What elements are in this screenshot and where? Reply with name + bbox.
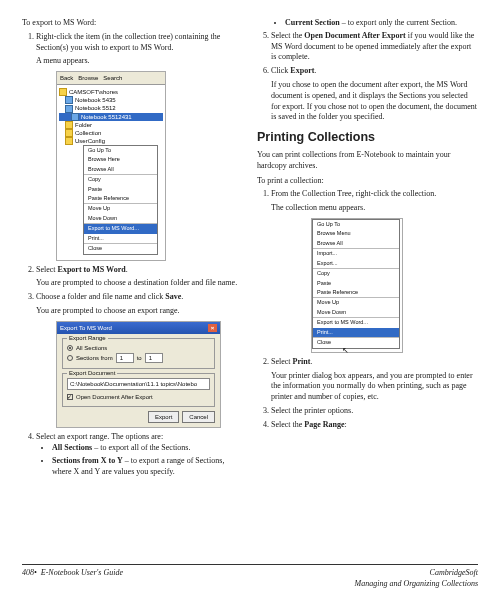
dialog-titlebar: Export To MS Word × xyxy=(57,322,220,334)
printing-intro: You can print collections from E-Noteboo… xyxy=(257,150,478,172)
print-steps: From the Collection Tree, right-click th… xyxy=(257,189,478,430)
export-options-cont: Current Section – to export only the cur… xyxy=(257,18,478,29)
menu-go-up[interactable]: Go Up To xyxy=(313,220,399,229)
export-dialog-figure: Export To MS Word × Export Range All Sec… xyxy=(56,321,221,429)
menu-move-up[interactable]: Move Up xyxy=(313,298,399,307)
step-4: Select an export range. The options are:… xyxy=(36,432,243,477)
tree-item[interactable]: UserConfig xyxy=(59,137,163,145)
back-button[interactable]: Back xyxy=(60,74,73,82)
menu-copy[interactable]: Copy xyxy=(313,269,399,278)
export-range-group: Export Range All Sections Sections from … xyxy=(62,338,215,369)
menu-close[interactable]: Close xyxy=(84,244,157,253)
dialog-buttons: Export Cancel xyxy=(62,411,215,423)
intro-text: To export to MS Word: xyxy=(22,18,243,29)
collection-tree-figure: Back Browse Search CAMSOFT\shores Notebo… xyxy=(56,71,166,260)
cancel-button[interactable]: Cancel xyxy=(182,411,215,423)
heading-printing-collections: Printing Collections xyxy=(257,129,478,146)
to-spinner[interactable]: 1 xyxy=(145,353,163,363)
tree-item[interactable]: Collection xyxy=(59,129,163,137)
left-steps: Right-click the item (in the collection … xyxy=(22,32,243,478)
export-options: All Sections – to export all of the Sect… xyxy=(36,443,243,477)
tree-root[interactable]: CAMSOFT\shores xyxy=(59,88,163,96)
path-field[interactable]: C:\Notebook\Documentation\11.1 topics\No… xyxy=(67,378,210,390)
menu-import[interactable]: Import... xyxy=(313,249,399,258)
menu-move-down[interactable]: Move Down xyxy=(84,214,157,223)
menu-export[interactable]: Export... xyxy=(313,259,399,268)
print-step-3: Select the printer options. xyxy=(271,406,478,417)
export-document-group: Export Document C:\Notebook\Documentatio… xyxy=(62,373,215,407)
step6-result: If you chose to open the document after … xyxy=(271,80,478,123)
dialog-body: Export Range All Sections Sections from … xyxy=(57,334,220,427)
print-step1-result: The collection menu appears. xyxy=(271,203,478,214)
open-after-export-checkbox[interactable]: Open Document After Export xyxy=(67,393,210,401)
menu-browse-here[interactable]: Browse Here xyxy=(84,155,157,164)
tree-body: CAMSOFT\shores Notebook 5435 Notebook 55… xyxy=(57,85,165,259)
menu-close[interactable]: Close xyxy=(313,338,399,347)
context-menu: Go Up To Browse Here Browse All Copy Pas… xyxy=(83,145,158,255)
opt-all-sections: All Sections – to export all of the Sect… xyxy=(52,443,243,454)
tree-item-selected[interactable]: Notebook 5512431 xyxy=(59,113,163,121)
menu-copy[interactable]: Copy xyxy=(84,175,157,184)
close-icon[interactable]: × xyxy=(208,324,217,332)
radio-all-sections[interactable]: All Sections xyxy=(67,344,210,352)
dialog-title: Export To MS Word xyxy=(60,324,112,332)
menu-browse-all[interactable]: Browse All xyxy=(84,165,157,174)
menu-paste-ref[interactable]: Paste Reference xyxy=(84,194,157,203)
radio-sections-from[interactable]: Sections from 1 to 1 xyxy=(67,353,210,363)
browse-button[interactable]: Browse xyxy=(78,74,98,82)
footer-left: 408• E-Notebook User's Guide xyxy=(22,568,123,590)
tree-toolbar: Back Browse Search xyxy=(57,72,165,85)
menu-export-msword[interactable]: Export to MS Word... xyxy=(313,318,399,327)
menu-move-up[interactable]: Move Up xyxy=(84,204,157,213)
step-3: Choose a folder and file name and click … xyxy=(36,292,243,428)
menu-export-msword[interactable]: Export to MS Word... xyxy=(84,224,157,233)
menu-paste[interactable]: Paste xyxy=(84,185,157,194)
tree-item[interactable]: Notebook 5435 xyxy=(59,96,163,104)
step-2: Select Export to MS Word. You are prompt… xyxy=(36,265,243,290)
footer-right: CambridgeSoft Managing and Organizing Co… xyxy=(355,568,478,590)
tree-item[interactable]: Folder xyxy=(59,121,163,129)
menu-paste-ref[interactable]: Paste Reference xyxy=(313,288,399,297)
opt-current-section: Current Section – to export only the cur… xyxy=(285,18,478,29)
tree-item[interactable]: Notebook 5512 xyxy=(59,104,163,112)
opt-sections-range: Sections from X to Y – to export a range… xyxy=(52,456,243,478)
printing-lead: To print a collection: xyxy=(257,176,478,187)
step3-result: You are prompted to choose an export ran… xyxy=(36,306,243,317)
context-menu: Go Up To Browse Menu Browse All Import..… xyxy=(312,219,400,348)
menu-browse-menu[interactable]: Browse Menu xyxy=(313,229,399,238)
menu-print[interactable]: Print... xyxy=(313,328,399,337)
step1-result: A menu appears. xyxy=(36,56,243,67)
export-button[interactable]: Export xyxy=(148,411,179,423)
left-column: To export to MS Word: Right-click the it… xyxy=(22,18,243,558)
menu-move-down[interactable]: Move Down xyxy=(313,308,399,317)
page-footer: 408• E-Notebook User's Guide CambridgeSo… xyxy=(22,564,478,590)
cursor-icon: ↖ xyxy=(342,349,402,352)
print-step-1: From the Collection Tree, right-click th… xyxy=(271,189,478,352)
collection-menu-figure: Go Up To Browse Menu Browse All Import..… xyxy=(311,218,403,353)
step-5: Select the Open Document After Export if… xyxy=(271,31,478,63)
right-column: Current Section – to export only the cur… xyxy=(257,18,478,558)
print-step-2: Select Print. Your printer dialog box ap… xyxy=(271,357,478,403)
menu-paste[interactable]: Paste xyxy=(313,279,399,288)
menu-browse-all[interactable]: Browse All xyxy=(313,239,399,248)
menu-go-up[interactable]: Go Up To xyxy=(84,146,157,155)
right-steps: Select the Open Document After Export if… xyxy=(257,31,478,123)
search-button[interactable]: Search xyxy=(103,74,122,82)
step2-result: You are prompted to choose a destination… xyxy=(36,278,243,289)
page-columns: To export to MS Word: Right-click the it… xyxy=(22,18,478,558)
from-spinner[interactable]: 1 xyxy=(116,353,134,363)
step-1: Right-click the item (in the collection … xyxy=(36,32,243,261)
step-6: Click Export. If you chose to open the d… xyxy=(271,66,478,123)
print-step2-result: Your printer dialog box appears, and you… xyxy=(271,371,478,403)
menu-print[interactable]: Print... xyxy=(84,234,157,243)
print-step-4: Select the Page Range: xyxy=(271,420,478,431)
